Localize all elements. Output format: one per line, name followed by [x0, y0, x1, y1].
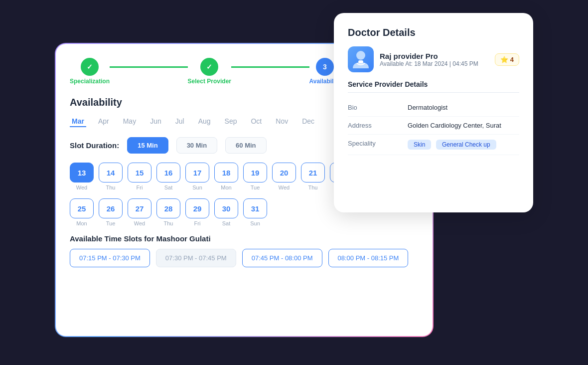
date-num-28[interactable]: 28	[156, 198, 180, 218]
step-specialization-circle: ✓	[81, 58, 99, 76]
slot-btn-60min[interactable]: 60 Min	[225, 137, 266, 154]
slot-duration-label: Slot Duration:	[70, 141, 119, 150]
date-cell-18: 18 Mon	[214, 163, 238, 190]
date-day-19: Tue	[251, 184, 260, 190]
date-num-16[interactable]: 16	[156, 163, 180, 182]
bio-value: Dermatologist	[408, 104, 447, 111]
detail-row-bio: Bio Dermatologist	[348, 99, 519, 117]
date-cell-15: 15 Fri	[128, 163, 151, 190]
date-cell-17: 17 Sun	[185, 163, 209, 190]
date-cell-28: 28 Thu	[156, 198, 180, 226]
date-num-25[interactable]: 25	[70, 198, 94, 218]
slot-btn-30min[interactable]: 30 Min	[176, 137, 217, 154]
date-day-31: Sun	[250, 220, 260, 226]
step-specialization-label: Specialization	[70, 78, 110, 85]
date-cell-29: 29 Fri	[185, 198, 209, 226]
step-select-provider-circle: ✓	[200, 58, 218, 76]
speciality-label: Speciality	[348, 140, 408, 147]
month-jun[interactable]: Jun	[148, 116, 163, 127]
step-line-1	[110, 66, 188, 68]
step-availability-circle: 3	[316, 58, 334, 76]
date-cell-14: 14 Thu	[99, 163, 123, 190]
date-num-19[interactable]: 19	[243, 163, 267, 182]
date-num-31[interactable]: 31	[243, 198, 267, 218]
time-slot-1[interactable]: 07:15 PM - 07:30 PM	[70, 249, 150, 267]
date-day-27: Wed	[134, 220, 145, 226]
doctor-info: Raj provider Pro Available At: 18 Mar 20…	[380, 52, 489, 67]
date-num-18[interactable]: 18	[214, 163, 238, 182]
tag-skin[interactable]: Skin	[408, 140, 431, 150]
date-num-30[interactable]: 30	[214, 198, 238, 218]
date-day-14: Thu	[106, 184, 116, 190]
rating-value: 4	[510, 56, 514, 63]
date-day-29: Fri	[194, 220, 201, 226]
doctor-available: Available At: 18 Mar 2024 | 04:45 PM	[380, 60, 489, 67]
address-label: Address	[348, 122, 408, 129]
tag-general-checkup[interactable]: General Check up	[436, 140, 496, 150]
time-slots-row: 07:15 PM - 07:30 PM 07:30 PM - 07:45 PM …	[70, 249, 419, 267]
month-apr[interactable]: Apr	[96, 116, 111, 127]
date-num-27[interactable]: 27	[128, 198, 151, 218]
date-num-21[interactable]: 21	[301, 163, 325, 182]
date-day-21: Thu	[308, 184, 318, 190]
date-num-20[interactable]: 20	[272, 163, 296, 182]
month-mar[interactable]: Mar	[70, 116, 86, 127]
date-num-17[interactable]: 17	[185, 163, 209, 182]
date-cell-26: 26 Tue	[99, 198, 123, 226]
date-cell-25: 25 Mon	[70, 198, 94, 226]
date-num-29[interactable]: 29	[185, 198, 209, 218]
star-icon: ⭐	[500, 56, 508, 63]
time-slot-2: 07:30 PM - 07:45 PM	[156, 249, 236, 267]
doctor-details-card: Doctor Details Raj provider Pro Availabl…	[334, 13, 533, 212]
slot-btn-15min[interactable]: 15 Min	[127, 137, 168, 154]
date-cell-13: 13 Wed	[70, 163, 94, 190]
date-cell-16: 16 Sat	[156, 163, 180, 190]
bio-label: Bio	[348, 104, 408, 111]
month-nov[interactable]: Nov	[274, 116, 290, 127]
step-specialization: ✓ Specialization	[70, 58, 110, 85]
detail-row-address: Address Golden Cardiology Center, Surat	[348, 117, 519, 135]
doctor-name: Raj provider Pro	[380, 52, 489, 60]
date-cell-20: 20 Wed	[272, 163, 296, 190]
date-day-15: Fri	[137, 184, 143, 190]
date-cell-21: 21 Thu	[301, 163, 325, 190]
time-slot-3[interactable]: 07:45 PM - 08:00 PM	[242, 249, 322, 267]
date-cell-19: 19 Tue	[243, 163, 267, 190]
date-cell-27: 27 Wed	[128, 198, 151, 226]
date-day-28: Thu	[164, 220, 173, 226]
date-num-15[interactable]: 15	[128, 163, 151, 182]
date-day-26: Tue	[106, 220, 116, 226]
date-num-26[interactable]: 26	[99, 198, 123, 218]
doctor-card-title: Doctor Details	[348, 27, 519, 38]
date-cell-31: 31 Sun	[243, 198, 267, 226]
month-may[interactable]: May	[121, 116, 138, 127]
month-dec[interactable]: Dec	[300, 116, 316, 127]
time-slots-title: Available Time Slots for Mashoor Gulati	[70, 234, 419, 243]
date-cell-30: 30 Sat	[214, 198, 238, 226]
date-num-14[interactable]: 14	[99, 163, 123, 182]
doctor-rating: ⭐ 4	[495, 53, 519, 66]
doctor-avatar	[348, 46, 374, 72]
date-num-13[interactable]: 13	[70, 163, 94, 182]
step-select-provider-label: Select Provider	[188, 78, 231, 85]
date-day-30: Sat	[222, 220, 231, 226]
date-day-25: Mon	[76, 220, 87, 226]
date-day-16: Sat	[164, 184, 173, 190]
date-day-17: Sun	[192, 184, 202, 190]
date-day-18: Mon	[221, 184, 231, 190]
svg-point-0	[356, 51, 365, 60]
speciality-value: Skin General Check up	[408, 140, 499, 150]
month-sep[interactable]: Sep	[223, 116, 239, 127]
detail-row-speciality: Speciality Skin General Check up	[348, 135, 519, 155]
step-line-2	[231, 66, 309, 68]
month-oct[interactable]: Oct	[249, 116, 264, 127]
month-aug[interactable]: Aug	[196, 116, 213, 127]
step-select-provider: ✓ Select Provider	[188, 58, 231, 85]
service-provider-title: Service Provider Details	[348, 80, 519, 93]
time-slot-4[interactable]: 08:00 PM - 08:15 PM	[328, 249, 409, 267]
month-jul[interactable]: Jul	[173, 116, 186, 127]
address-value: Golden Cardiology Center, Surat	[408, 122, 501, 129]
doctor-header: Raj provider Pro Available At: 18 Mar 20…	[348, 46, 519, 72]
date-day-13: Wed	[76, 184, 87, 190]
date-day-20: Wed	[279, 184, 290, 190]
